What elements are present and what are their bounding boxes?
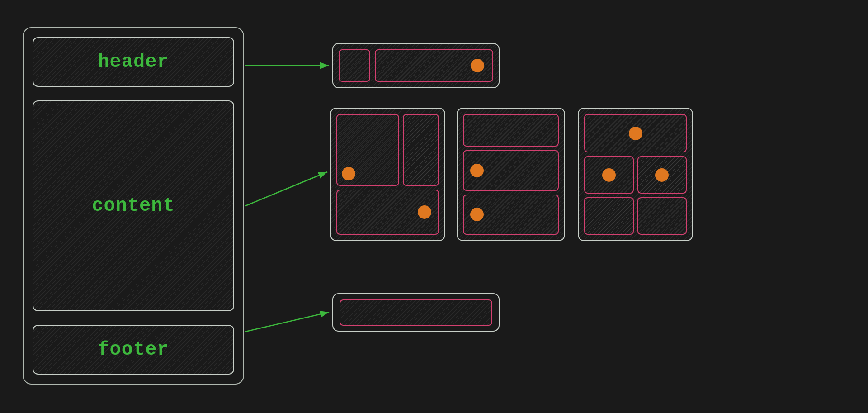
cv1-main <box>336 114 399 186</box>
cv3-cell-1 <box>584 156 634 194</box>
cv1-side <box>403 114 439 186</box>
header-large-box <box>375 49 493 82</box>
header-dot <box>471 59 484 72</box>
header-label: header <box>98 51 169 73</box>
footer-expanded <box>332 293 500 332</box>
header-block: header <box>33 37 234 87</box>
cv1-bottom <box>336 190 439 235</box>
cv1-main-dot <box>342 167 355 180</box>
content-arrow <box>245 172 327 206</box>
left-panel: header content footer <box>23 27 244 385</box>
header-small-box <box>339 49 370 82</box>
footer-block: footer <box>33 325 234 375</box>
content-block: content <box>33 100 234 311</box>
cv2-dot-2 <box>470 164 484 177</box>
cv2-row-1 <box>463 114 559 147</box>
cv2-row-3 <box>463 195 559 235</box>
cv3-top-dot <box>629 127 642 140</box>
cv3-cell-2 <box>637 156 687 194</box>
cv3-dot-1 <box>602 168 616 182</box>
cv3-cell-4 <box>637 197 687 235</box>
content-variant-1 <box>330 108 445 241</box>
content-variant-3 <box>578 108 693 241</box>
cv3-cell-3 <box>584 197 634 235</box>
content-variant-2 <box>457 108 565 241</box>
cv3-dot-2 <box>655 168 669 182</box>
cv1-bottom-dot <box>418 205 431 219</box>
footer-full-box <box>340 299 492 326</box>
cv2-row-2 <box>463 150 559 191</box>
cv3-top <box>584 114 687 152</box>
cv2-dot-3 <box>470 208 484 221</box>
content-label: content <box>92 195 175 217</box>
footer-label: footer <box>98 339 169 361</box>
header-expanded <box>332 43 500 88</box>
footer-arrow <box>245 312 329 332</box>
